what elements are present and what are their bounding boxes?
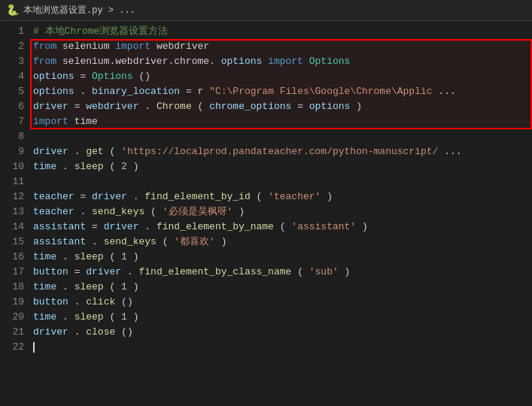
kw-from-3: from xyxy=(33,56,56,67)
ln-4: 4 xyxy=(6,69,24,84)
fn-find-id: find_element_by_id xyxy=(144,191,250,202)
fn-sleep-20: sleep xyxy=(74,311,104,323)
fn-find-class: find_element_by_class_name xyxy=(138,266,291,277)
ln-6: 6 xyxy=(6,99,24,114)
code-line-5: options . binary_location = r "C:\Progra… xyxy=(30,84,532,99)
paren-18b: ) xyxy=(133,281,139,292)
ln-20: 20 xyxy=(6,310,24,325)
paren-14a: ( xyxy=(280,221,286,232)
var-teacher: teacher xyxy=(33,191,74,202)
kw-import-3: import xyxy=(268,56,303,67)
paren-18a: ( xyxy=(109,281,115,292)
num-1b: 1 xyxy=(121,281,127,292)
str-teacher: 'teacher' xyxy=(268,191,321,202)
num-1c: 1 xyxy=(121,311,127,323)
code-line-18: time . sleep ( 1 ) xyxy=(30,280,532,295)
code-line-2: from selenium import webdriver xyxy=(30,39,532,54)
parens-21: () xyxy=(121,326,133,338)
ln-8: 8 xyxy=(6,129,24,144)
dot-20: . xyxy=(62,311,68,323)
dot-19: . xyxy=(74,296,81,308)
eq-4: = xyxy=(80,71,92,82)
kw-import-2: import xyxy=(115,41,150,52)
fn-get: get xyxy=(86,146,103,157)
fn-click: click xyxy=(86,296,115,308)
var-options-6: options xyxy=(309,101,351,112)
ln-14: 14 xyxy=(6,220,24,235)
var-driver-12: driver xyxy=(92,191,127,202)
line-numbers: 1 2 3 4 5 6 7 8 9 10 11 12 13 14 15 16 1… xyxy=(0,24,30,406)
parens-19: () xyxy=(121,296,133,308)
cls-options: Options xyxy=(309,56,351,67)
ln-7: 7 xyxy=(6,114,24,129)
paren-12b: ) xyxy=(327,191,333,202)
dot-18: . xyxy=(62,281,68,292)
eq2-6: = xyxy=(297,101,303,112)
space-7: time xyxy=(74,116,98,127)
ln-3: 3 xyxy=(6,54,24,69)
fn-sleep-10: sleep xyxy=(74,161,104,172)
var-time-16: time xyxy=(33,251,56,262)
title-bar: 🐍 本地浏览器设置.py > ... xyxy=(0,0,532,21)
var-driver-21: driver xyxy=(33,326,68,338)
paren-14b: ) xyxy=(362,221,368,232)
code-line-1: # 本地Chrome浏览器设置方法 xyxy=(30,24,532,39)
ln-18: 18 xyxy=(6,280,24,295)
fn-sleep-16: sleep xyxy=(74,251,104,262)
ln-17: 17 xyxy=(6,265,24,280)
dot-21: . xyxy=(74,326,81,338)
dot-13: . xyxy=(80,206,86,217)
eq-12: = xyxy=(80,191,92,202)
dot-9: . xyxy=(74,146,81,157)
dot-17: . xyxy=(127,266,133,277)
ellipsis-9: ... xyxy=(444,146,461,157)
text-3a: selenium.webdriver.chrome. xyxy=(62,56,215,67)
str-path: "C:\Program Files\Google\Chrome\Applic xyxy=(209,86,432,97)
var-button-19: button xyxy=(33,296,68,308)
code-line-10: time . sleep ( 2 ) xyxy=(30,159,532,174)
code-line-4: options = Options () xyxy=(30,69,532,84)
dot-5: . xyxy=(80,86,86,97)
ln-19: 19 xyxy=(6,295,24,310)
var-driver-17: driver xyxy=(86,266,121,277)
param-chrome: chrome_options xyxy=(209,101,291,112)
cls-options-call: Options xyxy=(92,71,133,82)
var-time-18: time xyxy=(33,281,56,292)
code-line-12: teacher = driver . find_element_by_id ( … xyxy=(30,189,532,205)
paren-17b: ) xyxy=(345,266,351,277)
ln-11: 11 xyxy=(6,174,24,189)
ln-13: 13 xyxy=(6,205,24,220)
ln-9: 9 xyxy=(6,144,24,159)
code-line-20: time . sleep ( 1 ) xyxy=(30,310,532,325)
dot-12: . xyxy=(133,191,139,202)
eq-14: = xyxy=(92,221,104,232)
fn-send-keys-13: send_keys xyxy=(92,206,144,217)
ln-2: 2 xyxy=(6,39,24,54)
ln-10: 10 xyxy=(6,159,24,174)
var-options-5: options xyxy=(33,86,74,97)
var-time-10: time xyxy=(33,161,56,172)
ln-12: 12 xyxy=(6,189,24,205)
comment-1: # 本地Chrome浏览器设置方法 xyxy=(33,26,168,37)
var-options: options xyxy=(33,71,74,82)
str-url: 'https://localprod.pandateacher.com/pyth… xyxy=(121,146,438,157)
code-line-19: button . click () xyxy=(30,295,532,310)
code-line-8 xyxy=(30,129,532,144)
space-2b: webdriver xyxy=(157,41,209,52)
var-binary: binary_location xyxy=(92,86,180,97)
paren-10b: ) xyxy=(133,161,139,172)
var-time-20: time xyxy=(33,311,56,323)
var-button: button xyxy=(33,266,68,277)
var-driver-9: driver xyxy=(33,146,68,157)
kw-import-7: import xyxy=(33,116,68,127)
paren-15a: ( xyxy=(163,236,169,247)
str-chinese-2: '都喜欢' xyxy=(174,236,215,247)
code-line-22 xyxy=(30,340,532,355)
paren-20b: ) xyxy=(133,311,139,323)
code-line-3: from selenium.webdriver.chrome. options … xyxy=(30,54,532,69)
code-line-16: time . sleep ( 1 ) xyxy=(30,250,532,265)
ln-16: 16 xyxy=(6,250,24,265)
dot-10: . xyxy=(62,161,68,172)
var-wd-6: webdriver xyxy=(86,101,138,112)
dot-6: . xyxy=(144,101,150,112)
